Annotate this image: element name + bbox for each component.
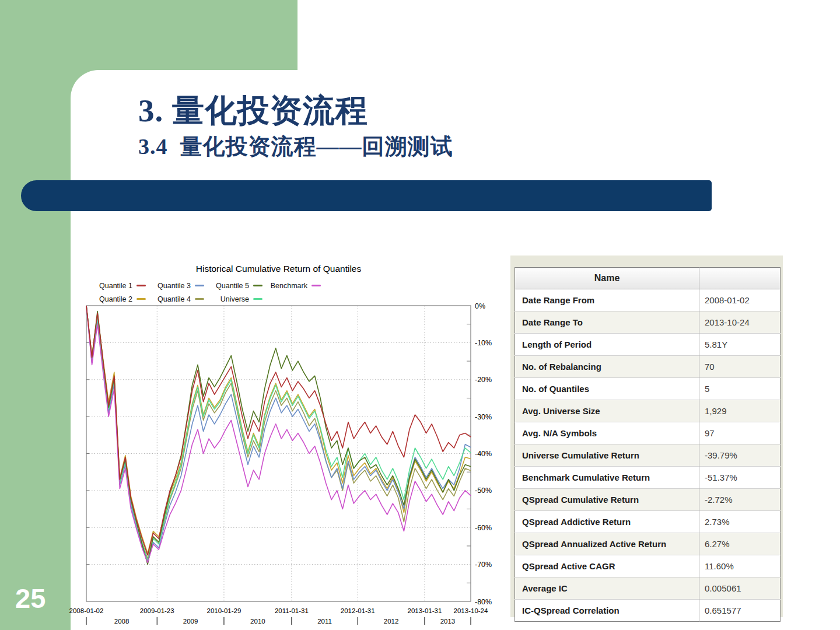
legend-item-quantile-4: Quantile 4 [146, 292, 204, 306]
table-row: No. of Rebalancing70 [515, 356, 780, 378]
page-number: 25 [15, 582, 46, 614]
legend-color-swatch [195, 298, 204, 300]
stat-label: Date Range From [515, 289, 699, 312]
legend-item-quantile-3: Quantile 3 [146, 279, 204, 292]
divider-bar [21, 180, 712, 211]
stat-value: 70 [699, 356, 780, 378]
table-row: Average IC0.005061 [515, 578, 780, 600]
table-row: Universe Cumulative Return-39.79% [515, 444, 780, 467]
stat-label: Date Range To [515, 312, 699, 334]
stat-label: QSpread Cumulative Return [515, 489, 699, 511]
stat-label: QSpread Active CAGR [515, 555, 699, 578]
table-row: No. of Quantiles5 [515, 378, 780, 400]
stat-value: 5.81Y [699, 334, 780, 356]
legend-label: Quantile 5 [216, 282, 249, 290]
stat-value: 5 [699, 378, 780, 400]
stat-label: Avg. Universe Size [515, 400, 699, 422]
table-row: QSpread Active CAGR11.60% [515, 555, 780, 578]
chart-legend: Quantile 1Quantile 2Quantile 3Quantile 4… [88, 279, 321, 306]
stat-value: 1,929 [699, 400, 780, 422]
legend-color-swatch [253, 285, 262, 286]
legend-color-swatch [312, 285, 321, 286]
legend-item-quantile-1: Quantile 1 [88, 279, 146, 292]
table-row: Date Range To2013-10-24 [515, 312, 780, 334]
table-row: Date Range From2008-01-02 [515, 289, 780, 312]
table-row: QSpread Annualized Active Return6.27% [515, 533, 780, 555]
stat-value: 0.005061 [699, 578, 780, 600]
stat-value: -51.37% [699, 467, 780, 489]
table-row: QSpread Cumulative Return-2.72% [515, 489, 780, 511]
title-block: 3. 量化投资流程 3.4 量化投资流程——回溯测试 [138, 92, 453, 160]
legend-label: Universe [220, 295, 249, 303]
table-header-value [699, 268, 780, 289]
stat-label: Length of Period [515, 334, 699, 356]
table-row: Length of Period5.81Y [515, 334, 780, 356]
table-row: IC-QSpread Correlation0.651577 [515, 600, 780, 622]
stat-label: Average IC [515, 578, 699, 600]
legend-label: Quantile 3 [158, 282, 191, 290]
stat-value: -39.79% [699, 444, 780, 467]
stat-value: 0.651577 [699, 600, 780, 622]
stat-value: 11.60% [699, 555, 780, 578]
stat-value: 2.73% [699, 511, 780, 533]
stat-label: No. of Rebalancing [515, 356, 699, 378]
legend-color-swatch [136, 298, 146, 300]
legend-label: Quantile 1 [99, 282, 132, 290]
legend-item-quantile-5: Quantile 5 [204, 279, 262, 292]
legend-label: Quantile 4 [158, 295, 191, 303]
legend-label: Benchmark [271, 282, 307, 290]
stat-label: Avg. N/A Symbols [515, 422, 699, 444]
table-row: Benchmark Cumulative Return-51.37% [515, 467, 780, 489]
stat-value: 2008-01-02 [699, 289, 780, 312]
stat-label: QSpread Annualized Active Return [515, 533, 699, 555]
table-header-row: Name [515, 268, 780, 289]
stat-value: 2013-10-24 [699, 312, 780, 334]
table-row: QSpread Addictive Return2.73% [515, 511, 780, 533]
table-row: Avg. N/A Symbols97 [515, 422, 780, 444]
legend-color-swatch [253, 298, 262, 300]
legend-item-benchmark: Benchmark [262, 279, 321, 292]
stat-label: Benchmark Cumulative Return [515, 467, 699, 489]
legend-item-quantile-2: Quantile 2 [88, 292, 146, 306]
legend-label: Quantile 2 [99, 295, 132, 303]
legend-item-universe: Universe [204, 292, 262, 306]
table-header-name: Name [515, 268, 699, 289]
chart-title: Historical Cumulative Return of Quantile… [86, 264, 471, 274]
legend-color-swatch [195, 285, 204, 286]
stat-label: IC-QSpread Correlation [515, 600, 699, 622]
slide-title: 3. 量化投资流程 [138, 92, 453, 129]
stat-label: QSpread Addictive Return [515, 511, 699, 533]
stat-value: 97 [699, 422, 780, 444]
backtest-stats-table: Name Date Range From2008-01-02Date Range… [514, 267, 780, 622]
stat-label: No. of Quantiles [515, 378, 699, 400]
legend-color-swatch [136, 285, 146, 286]
stat-label: Universe Cumulative Return [515, 444, 699, 467]
table-row: Avg. Universe Size1,929 [515, 400, 780, 422]
stat-value: 6.27% [699, 533, 780, 555]
slide: 3. 量化投资流程 3.4 量化投资流程——回溯测试 Historical Cu… [0, 0, 840, 630]
backtest-stats-panel: Name Date Range From2008-01-02Date Range… [510, 256, 783, 617]
slide-subtitle: 3.4 量化投资流程——回溯测试 [138, 134, 453, 160]
stat-value: -2.72% [699, 489, 780, 511]
